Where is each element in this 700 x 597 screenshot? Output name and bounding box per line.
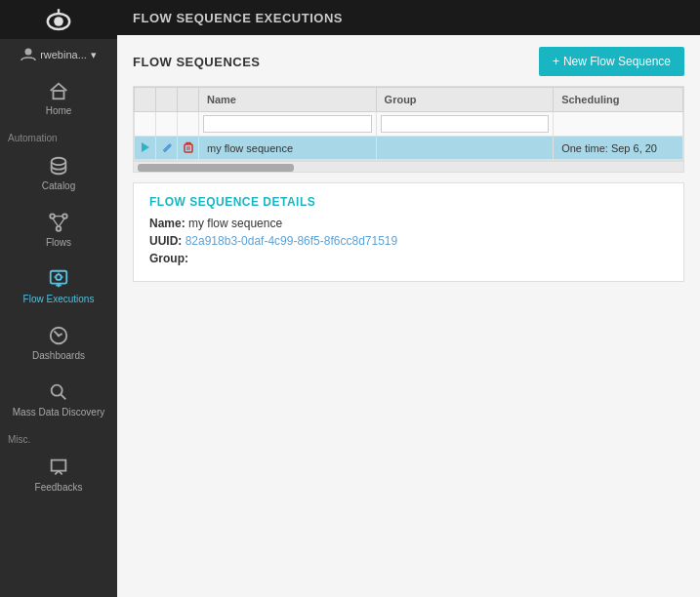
play-button[interactable] [139, 140, 152, 154]
plus-icon: + [553, 55, 559, 68]
flow-sequences-header: FLOW SEQUENCES + New Flow Sequence [133, 47, 684, 76]
flow-executions-icon [48, 268, 69, 290]
sidebar-item-label: Mass Data Discovery [13, 407, 104, 418]
svg-point-5 [52, 158, 66, 165]
user-label: rwebina... [40, 49, 87, 60]
row-scheduling-cell: One time: Sep 6, 20 [554, 137, 683, 160]
details-title: FLOW SEQUENCE DETAILS [149, 195, 668, 209]
user-icon [21, 47, 36, 62]
row-name-cell: my flow sequence [199, 137, 377, 160]
dashboards-icon [48, 325, 69, 346]
sidebar: rwebina... ▾ Home Automation Catalog Flo… [0, 0, 117, 597]
edit-cell[interactable] [156, 137, 178, 160]
play-cell[interactable] [135, 137, 156, 160]
content-area: FLOW SEQUENCES + New Flow Sequence Name … [117, 35, 700, 597]
sidebar-item-label: Dashboards [32, 350, 85, 362]
svg-rect-26 [185, 144, 192, 152]
sidebar-item-label: Catalog [42, 180, 75, 192]
svg-point-7 [62, 214, 67, 219]
mass-data-discovery-icon [48, 381, 69, 403]
sidebar-item-catalog[interactable]: Catalog [0, 145, 117, 202]
delete-button[interactable] [182, 140, 195, 154]
svg-point-20 [58, 335, 61, 338]
svg-point-21 [52, 385, 62, 396]
svg-rect-4 [54, 91, 64, 99]
svg-marker-25 [142, 142, 149, 152]
svg-point-13 [56, 274, 62, 280]
home-icon [48, 80, 69, 101]
flow-sequences-table: Name Group Scheduling [134, 87, 683, 160]
sidebar-item-label: Flow Executions [23, 294, 95, 305]
catalog-icon [48, 155, 69, 177]
filter-empty-2 [156, 112, 178, 137]
sidebar-item-flows[interactable]: Flows [0, 202, 117, 259]
col-header-group: Group [376, 88, 554, 112]
svg-line-11 [59, 218, 64, 226]
filter-empty-1 [135, 112, 156, 137]
table-header-row: Name Group Scheduling [135, 88, 683, 112]
sidebar-item-mass-data-discovery[interactable]: Mass Data Discovery [0, 372, 117, 428]
row-group-cell [376, 137, 554, 160]
sidebar-user[interactable]: rwebina... ▾ [0, 39, 117, 70]
sidebar-item-flow-executions[interactable]: Flow Executions [0, 259, 117, 315]
sidebar-item-dashboards[interactable]: Dashboards [0, 315, 117, 372]
filter-scheduling-cell [554, 112, 683, 137]
detail-uuid-value: 82a918b3-0daf-4c99-86f5-8f6cc8d71519 [185, 234, 398, 248]
main-content: FLOW SEQUENCE EXECUTIONS FLOW SEQUENCES … [117, 0, 700, 597]
filter-group-input[interactable] [381, 115, 550, 133]
feedbacks-icon [48, 457, 69, 478]
table-filter-row [135, 112, 683, 137]
user-chevron: ▾ [91, 49, 97, 61]
detail-uuid-label: UUID: [149, 234, 182, 248]
col-header-edit [156, 88, 178, 112]
svg-line-10 [53, 218, 59, 226]
svg-point-1 [54, 17, 63, 26]
edit-button[interactable] [160, 140, 174, 154]
app-logo-icon [43, 6, 74, 33]
table-row[interactable]: my flow sequence One time: Sep 6, 20 [135, 137, 683, 160]
delete-icon [183, 141, 194, 153]
svg-point-8 [57, 226, 62, 231]
sidebar-item-label: Home [46, 105, 72, 117]
delete-cell[interactable] [178, 137, 199, 160]
col-header-play [135, 88, 156, 112]
col-header-delete [178, 88, 199, 112]
svg-line-22 [61, 394, 65, 399]
sidebar-logo [0, 0, 117, 39]
play-icon [140, 141, 151, 153]
flows-icon [48, 212, 69, 233]
sidebar-item-home[interactable]: Home [0, 70, 117, 127]
detail-uuid-row: UUID: 82a918b3-0daf-4c99-86f5-8f6cc8d715… [149, 234, 668, 248]
sidebar-section-misc: Misc. [0, 428, 117, 447]
sidebar-item-feedbacks[interactable]: Feedbacks [0, 447, 117, 503]
sidebar-section-automation: Automation [0, 127, 117, 145]
scrollbar-thumb [138, 164, 294, 172]
svg-point-3 [25, 49, 32, 56]
detail-name-value: my flow sequence [188, 217, 282, 230]
new-flow-button-label: New Flow Sequence [563, 55, 671, 68]
filter-name-input[interactable] [203, 115, 372, 133]
filter-empty-3 [178, 112, 199, 137]
table-scrollbar[interactable] [133, 161, 684, 173]
page-title: FLOW SEQUENCE EXECUTIONS [133, 11, 343, 25]
detail-group-label: Group: [149, 252, 188, 265]
detail-group-row: Group: [149, 252, 668, 265]
sidebar-item-label: Flows [46, 237, 71, 249]
flow-sequences-table-container: Name Group Scheduling [133, 86, 684, 161]
flow-sequences-title: FLOW SEQUENCES [133, 55, 261, 69]
flow-sequence-details: FLOW SEQUENCE DETAILS Name: my flow sequ… [133, 182, 684, 282]
new-flow-sequence-button[interactable]: + New Flow Sequence [539, 47, 684, 76]
sidebar-item-label: Feedbacks [35, 482, 83, 494]
col-header-name: Name [199, 88, 377, 112]
filter-group-cell[interactable] [376, 112, 554, 137]
svg-point-6 [50, 214, 55, 219]
col-header-scheduling: Scheduling [554, 88, 683, 112]
detail-name-row: Name: my flow sequence [149, 217, 668, 230]
page-header: FLOW SEQUENCE EXECUTIONS [117, 0, 700, 35]
detail-name-label: Name: [149, 217, 185, 230]
edit-icon [161, 141, 173, 153]
filter-name-cell[interactable] [199, 112, 377, 137]
